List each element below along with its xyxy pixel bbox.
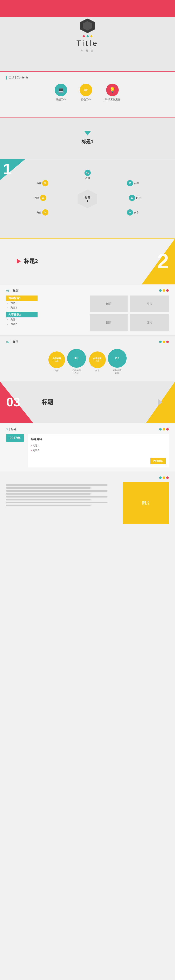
big-circle-3: 内容标题 内容 [89,352,106,368]
toc-item-1: 💻 常规工作 [55,84,67,102]
dot-red-01 [166,289,169,292]
timeline-area: 2017年 标题内容 内容1 内容2 2018年 [6,434,169,468]
toc-item-2: ✏ 特色工作 [80,84,92,102]
detail-01-title: 标题1 [13,289,20,293]
cover-subtitle: 年 月 日 [81,49,94,52]
detail-01-content: 内容标题1 内容1 内容2 内容标题2 内容1 内容2 图片 图片 图片 图片 [6,296,169,331]
section-03-title: 标题 [42,398,53,406]
year-badge-2018: 2018年 [150,458,165,465]
mindmap-node-rm: 06 内容 [129,195,141,201]
circle-item-1: 内容标题 内容 内容 [48,352,65,372]
hexagon-inner [83,21,92,30]
last-section: 图片 [0,472,175,530]
mindmap-node-lm: 03 内容 [34,195,46,201]
slide1-content-section: 1 标题1 01 内容 02 内容 03 内容 04 内容 [0,159,175,238]
toc-items: 💻 常规工作 ✏ 特色工作 💡 2017工作思路 [6,84,169,102]
circle-label-3: 内容 [95,369,100,372]
detail-01-dots [159,289,169,292]
circle-sub-3: 内容 [95,360,99,363]
img-placeholder-4: 图片 [130,314,169,331]
node-label-lm: 内容 [34,196,39,199]
cover-section: Title 年 月 日 [0,0,175,71]
hexagon-logo [80,19,95,33]
last-dot-red [166,476,169,479]
node-label-rb: 内容 [134,211,139,214]
bullet-1: 内容1 [31,443,165,448]
bullet-item: 内容2 [10,322,86,326]
big-circle-2: 图片 [67,349,86,368]
circles-area: 内容标题 内容 内容 图片 内容标题内容 内容标题 内容 内容 [6,347,169,377]
node-label-rm: 内容 [136,196,141,199]
node-label-lb: 内容 [37,211,41,214]
cover-dots [83,35,92,37]
detail-01-left: 内容标题1 内容1 内容2 内容标题2 内容1 内容2 [6,296,86,331]
inner-block-1: 内容标题1 内容1 内容2 [6,296,86,310]
node-label-rt: 内容 [134,182,139,185]
toc-label-3: 2017工作思路 [105,98,120,102]
cover-title: Title [76,39,99,48]
toc-label-1: 常规工作 [56,98,66,102]
big-circle-4: 图片 [108,349,127,368]
detail-02-header: 02 | 标题 [6,340,169,344]
toc-section: 目录 | Contents 💻 常规工作 ✏ 特色工作 💡 2017工作思路 [0,71,175,117]
circle-title-3: 内容标题 [93,357,102,360]
dot-red [83,35,85,37]
dot-teal-02 [159,340,162,343]
last-dot-yellow [163,476,165,479]
dot-yellow-02 [163,340,165,343]
cover-logo [80,19,95,33]
big-circle-1: 内容标题 内容 [48,352,65,368]
node-circle-05: 05 [127,180,133,186]
detail-01-num: 01 [6,289,9,292]
section-03: 03 标题 [0,381,175,423]
yellow-right-shape [133,239,175,285]
node-label-top: 内容 [85,177,90,180]
detail-01-header: 01 | 标题1 [6,289,169,293]
dot-teal-01 [159,289,162,292]
bullet-item: 内容1 [10,301,86,305]
detail-03-dots [159,428,169,431]
node-circle-02: 02 [42,180,48,186]
slide2-title: 标题2 [24,258,38,265]
bullet-item: 内容2 [10,305,86,310]
dot-teal [87,35,89,37]
cover-red-bar [0,0,175,17]
content-bullets: 内容1 内容2 [31,443,165,453]
circle-item-2: 图片 内容标题内容 [67,349,86,375]
mindmap-node-lb: 04 内容 [37,209,48,216]
circle-group-1: 内容标题 内容 内容 图片 内容标题内容 [48,349,86,375]
toc-icon-2: ✏ [80,84,92,96]
last-img-placeholder: 图片 [123,482,169,524]
circle-sub-1: 内容 [55,360,59,363]
detail-01-right: 图片 图片 图片 图片 [90,296,169,331]
detail-03-section: 3 | 标题 2017年 标题内容 内容1 内容2 2018年 [0,423,175,472]
text-line-8 [6,504,91,506]
detail-02-section: 02 | 标题 内容标题 内容 内容 图片 内容标题内容 [0,335,175,381]
detail-01-section: 01 | 标题1 内容标题1 内容1 内容2 内容标题2 内容1 内容2 [0,284,175,335]
node-circle-03: 03 [40,195,46,201]
mindmap-node-rb: 07 内容 [127,209,139,216]
toc-item-3: 💡 2017工作思路 [105,84,120,102]
dot-teal-03 [159,428,162,431]
node-circle-06: 06 [129,195,135,201]
toc-icon-1: 💻 [55,84,67,96]
circle-item-3: 内容标题 内容 内容 [89,352,106,372]
bullet-list-2: 内容1 内容2 [6,317,86,326]
circle-title-2: 图片 [75,357,79,360]
text-line-4 [6,493,91,495]
dot-red-03 [166,428,169,431]
node-circle-01: 01 [84,170,91,176]
mindmap-node-lt: 02 内容 [37,180,48,186]
text-line-3 [6,490,107,492]
inner-title-bar-2: 内容标题2 [6,312,38,317]
dot-red-02 [166,340,169,343]
text-line-5 [6,496,107,498]
text-line-1 [6,484,107,486]
bullet-list-1: 内容1 内容2 [6,301,86,310]
detail-02-title: 标题 [13,340,18,344]
text-lines-area [6,482,119,524]
section-03-number: 03 [6,395,20,409]
play-icon [17,259,21,264]
circle-title-1: 内容标题 [52,357,61,360]
img-placeholder-3: 图片 [90,314,128,331]
